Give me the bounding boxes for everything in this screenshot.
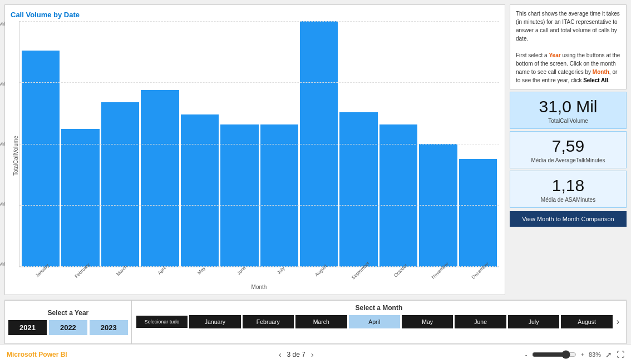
bottom-section: Select a Year 202120222023 Select a Mont… [4, 300, 627, 344]
stat-avg-asa-value: 1,18 [515, 176, 622, 196]
bar-group[interactable] [339, 21, 377, 267]
bar-group[interactable] [101, 21, 139, 267]
month-button[interactable]: April [349, 315, 400, 328]
stat-avg-talk-label: Média de AverageTalkMinutes [515, 157, 622, 163]
month-button[interactable]: August [561, 315, 612, 328]
month-button[interactable]: May [402, 315, 453, 328]
info-text: This chart shows the average time it tak… [516, 11, 620, 83]
page-info: 3 de 7 [287, 351, 305, 358]
bar [300, 21, 338, 267]
x-labels: JanuaryFebruaryMarchAprilMayJuneJulyAugu… [19, 267, 499, 274]
bar-group[interactable] [220, 21, 258, 267]
year-select: Select a Year 202120222023 [4, 300, 132, 344]
bars-wrapper [19, 21, 499, 267]
prev-page-button[interactable]: ‹ [279, 350, 282, 359]
fullscreen-icon[interactable]: ⛶ [617, 350, 624, 359]
bars-area: 4 Mil3 Mil2 Mil1 Mil0 Mil [19, 21, 499, 267]
bar-group[interactable] [141, 21, 179, 267]
y-axis-tick-label: 3 Mil [0, 81, 5, 87]
month-scroll-right-button[interactable]: › [614, 317, 622, 327]
bar [220, 124, 258, 267]
stat-avg-asa-label: Média de ASAMinutes [515, 197, 622, 203]
y-axis-tick-label: 4 Mil [0, 21, 5, 27]
footer-center: ‹ 3 de 7 › [279, 350, 314, 359]
month-buttons: Selecionar tudoJanuaryFebruaryMarchApril… [136, 315, 622, 328]
bar [181, 114, 219, 267]
main-area: Call Volume by Date TotalCallVolume 4 Mi… [0, 0, 631, 300]
stat-total-label: TotalCallVolume [515, 118, 622, 124]
bar [141, 90, 179, 267]
zoom-minus[interactable]: - [525, 351, 528, 358]
bar [260, 124, 298, 267]
month-button[interactable]: January [189, 315, 240, 328]
month-button[interactable]: July [508, 315, 559, 328]
year-buttons: 202120222023 [8, 320, 128, 335]
chart-inner: 4 Mil3 Mil2 Mil1 Mil0 Mil JanuaryFebruar… [19, 21, 499, 290]
chart-container: Call Volume by Date TotalCallVolume 4 Mi… [4, 4, 505, 295]
month-button[interactable]: June [455, 315, 506, 328]
month-select: Select a Month Selecionar tudoJanuaryFeb… [132, 300, 627, 344]
right-panel: This chart shows the average time it tak… [510, 4, 627, 295]
bar-group[interactable] [181, 21, 219, 267]
bar [101, 102, 139, 267]
stat-avg-talk-value: 7,59 [515, 136, 622, 156]
zoom-level: 83% [589, 351, 601, 358]
bar [419, 144, 457, 267]
bar [61, 129, 99, 267]
bar [459, 159, 497, 267]
y-labels: 4 Mil3 Mil2 Mil1 Mil0 Mil [0, 21, 5, 267]
month-button[interactable]: February [243, 315, 294, 328]
next-page-button[interactable]: › [311, 350, 314, 359]
zoom-slider[interactable] [532, 350, 576, 359]
month-button[interactable]: March [295, 315, 347, 328]
bar [22, 51, 60, 267]
bar-group[interactable] [300, 21, 338, 267]
bar [339, 112, 377, 267]
footer-right: - + 83% ➚ ⛶ [525, 350, 624, 359]
stat-total-value: 31,0 Mil [515, 97, 622, 117]
year-button[interactable]: 2023 [90, 320, 128, 335]
zoom-plus[interactable]: + [581, 351, 584, 358]
y-axis-label: TotalCallVolume [11, 21, 19, 290]
chart-area: TotalCallVolume 4 Mil3 Mil2 Mil1 Mil0 Mi… [11, 21, 499, 290]
stat-avg-asa: 1,18 Média de ASAMinutes [510, 171, 627, 208]
bar-group[interactable] [459, 21, 497, 267]
year-select-title: Select a Year [47, 309, 88, 317]
info-box: This chart shows the average time it tak… [510, 4, 627, 89]
bar-group[interactable] [22, 21, 60, 267]
bar-group[interactable] [260, 21, 298, 267]
stat-avg-talk: 7,59 Média de AverageTalkMinutes [510, 131, 627, 168]
bar-group[interactable] [61, 21, 99, 267]
year-button[interactable]: 2022 [49, 320, 87, 335]
y-axis-tick-label: 0 Mil [0, 261, 5, 267]
bar-group[interactable] [419, 21, 457, 267]
month-select-title: Select a Month [356, 304, 403, 312]
bar [379, 124, 417, 267]
y-axis-tick-label: 2 Mil [0, 141, 5, 147]
month-button[interactable]: Selecionar tudo [136, 316, 188, 328]
powerbi-link[interactable]: Microsoft Power BI [7, 351, 67, 358]
chart-title: Call Volume by Date [11, 11, 499, 19]
share-icon[interactable]: ➚ [605, 350, 612, 359]
bar-group[interactable] [379, 21, 417, 267]
year-button[interactable]: 2021 [8, 320, 47, 335]
footer: Microsoft Power BI ‹ 3 de 7 › - + 83% ➚ … [0, 344, 631, 364]
y-axis-tick-label: 1 Mil [0, 201, 5, 207]
view-month-comparison-button[interactable]: View Month to Month Comparison [510, 211, 627, 227]
stat-total-calls: 31,0 Mil TotalCallVolume [510, 92, 627, 129]
